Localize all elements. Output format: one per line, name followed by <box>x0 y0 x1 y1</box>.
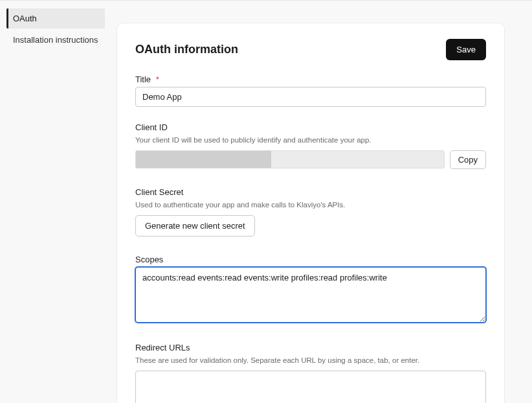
generate-secret-button[interactable]: Generate new client secret <box>135 215 255 236</box>
save-button[interactable]: Save <box>446 39 486 60</box>
sidebar-item-label: Installation instructions <box>13 35 98 45</box>
clientsecret-group: Client Secret Used to authenticate your … <box>135 187 486 236</box>
clientsecret-help: Used to authenticate your app and make c… <box>135 200 486 210</box>
clientsecret-label: Client Secret <box>135 187 486 197</box>
clientid-label: Client ID <box>135 122 486 132</box>
scopes-group: Scopes <box>135 255 486 325</box>
redirect-textarea[interactable] <box>135 371 486 403</box>
copy-button[interactable]: Copy <box>450 150 486 169</box>
sidebar-item-oauth[interactable]: OAuth <box>6 8 105 29</box>
redirect-group: Redirect URLs These are used for validat… <box>135 343 486 403</box>
main-content: OAuth information Save Title * Client ID… <box>109 1 532 403</box>
required-star: * <box>156 75 159 84</box>
clientid-row: Copy <box>135 150 486 169</box>
oauth-card: OAuth information Save Title * Client ID… <box>116 23 505 403</box>
page-title: OAuth information <box>135 43 238 56</box>
title-group: Title * <box>135 75 486 107</box>
redirect-label: Redirect URLs <box>135 343 486 352</box>
clientid-group: Client ID Your client ID will be used to… <box>135 122 486 169</box>
redirect-help: These are used for validation only. Sepa… <box>135 355 486 365</box>
clientid-field[interactable] <box>135 150 445 168</box>
scopes-textarea[interactable] <box>135 267 486 323</box>
card-header: OAuth information Save <box>135 39 486 60</box>
sidebar: OAuth Installation instructions <box>0 1 109 403</box>
title-label: Title * <box>135 75 486 84</box>
scopes-label: Scopes <box>135 255 486 264</box>
title-input[interactable] <box>135 87 486 107</box>
sidebar-item-label: OAuth <box>13 14 37 23</box>
clientid-help: Your client ID will be used to publicly … <box>135 135 486 145</box>
sidebar-item-installation[interactable]: Installation instructions <box>6 30 105 50</box>
